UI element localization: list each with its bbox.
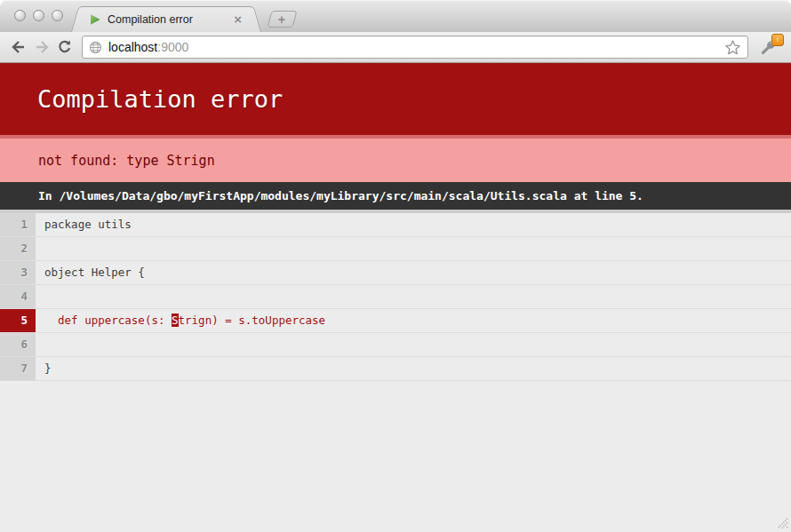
forward-arrow-icon [34, 40, 50, 54]
source-location: In /Volumes/Data/gbo/myFirstApp/modules/… [0, 182, 791, 210]
code-line: 7 } [0, 357, 791, 381]
line-number: 2 [0, 237, 36, 260]
forward-button[interactable] [30, 36, 53, 59]
tab-close-icon[interactable]: × [232, 13, 244, 26]
error-detail: not found: type Strign [0, 135, 791, 182]
menu-wrench-button[interactable]: ↑ [755, 33, 784, 61]
error-marker: S [172, 314, 179, 327]
reload-icon [57, 39, 73, 55]
resize-grip[interactable] [774, 515, 788, 529]
code-line: 4 [0, 285, 791, 309]
line-number: 5 [0, 309, 36, 332]
bookmark-star-icon[interactable] [724, 39, 741, 56]
line-code: package utils [36, 213, 791, 236]
error-page: Compilation error not found: type Strign… [0, 63, 791, 532]
code-line: 1 package utils [0, 213, 791, 237]
tab-bar: Compilation error × + [0, 0, 791, 32]
code-after-marker: trign) = s.toUppercase [179, 314, 326, 327]
code-listing: 1 package utils 2 3 object Helper { 4 5 … [0, 210, 791, 381]
line-number: 7 [0, 357, 36, 380]
browser-window: Compilation error × + [0, 0, 791, 532]
code-before-marker: def uppercase(s: [44, 314, 172, 327]
browser-toolbar: localhost:9000 ↑ [0, 32, 791, 63]
page-title: Compilation error [0, 63, 791, 135]
line-code [36, 285, 791, 308]
line-code [36, 237, 791, 260]
plus-icon: + [278, 13, 285, 26]
line-number: 3 [0, 261, 36, 284]
back-arrow-icon [11, 40, 27, 54]
line-code: } [36, 357, 791, 380]
tab-compilation-error[interactable]: Compilation error × [82, 6, 251, 32]
globe-icon [89, 41, 102, 54]
back-button[interactable] [7, 36, 30, 59]
line-number: 6 [0, 333, 36, 356]
line-code: object Helper { [36, 261, 791, 284]
new-tab-button[interactable]: + [267, 11, 297, 28]
line-code [36, 333, 791, 356]
line-number: 1 [0, 213, 36, 236]
code-line: 6 [0, 333, 791, 357]
url-port: :9000 [157, 40, 188, 54]
line-code: def uppercase(s: Strign) = s.toUppercase [36, 309, 791, 332]
window-zoom-button[interactable] [52, 10, 63, 21]
up-arrow-icon: ↑ [776, 36, 780, 44]
address-bar[interactable]: localhost:9000 [82, 36, 748, 59]
window-controls [14, 10, 63, 21]
window-close-button[interactable] [14, 10, 26, 21]
update-badge: ↑ [771, 34, 784, 46]
line-number: 4 [0, 285, 36, 308]
tab-title: Compilation error [108, 13, 232, 26]
code-line-error: 5 def uppercase(s: Strign) = s.toUpperca… [0, 309, 791, 333]
window-minimize-button[interactable] [33, 10, 44, 21]
reload-button[interactable] [53, 36, 76, 59]
url-host: localhost [108, 40, 157, 54]
code-line: 2 [0, 237, 791, 261]
url-text[interactable]: localhost:9000 [108, 40, 724, 54]
play-favicon-icon [89, 13, 101, 26]
code-line: 3 object Helper { [0, 261, 791, 285]
